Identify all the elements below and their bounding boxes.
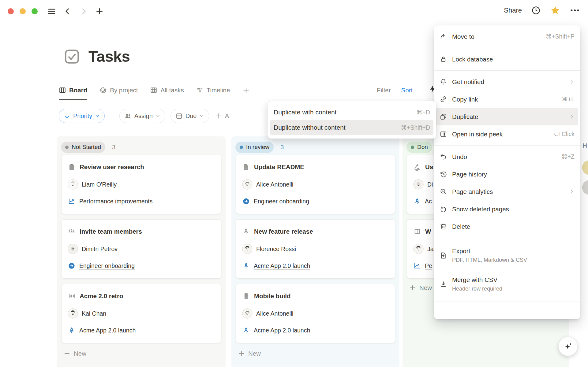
- task-card[interactable]: Acme 2.0 retro Kai Chan Acme App 2.0 lau…: [61, 284, 221, 343]
- bell-icon: [439, 78, 448, 86]
- status-label: Not Started: [72, 144, 101, 150]
- task-card[interactable]: Update README Alice Antonelli Engineer o…: [236, 155, 395, 214]
- duplicate-submenu: Duplicate with content ⌘+D Duplicate wit…: [268, 101, 436, 139]
- new-tab-button[interactable]: [94, 6, 105, 17]
- menu-item-undo[interactable]: Undo ⌘+Z: [434, 148, 580, 165]
- related-page-link[interactable]: Engineer onboarding: [254, 198, 309, 205]
- submenu-item-duplicate-without-content[interactable]: Duplicate without content ⌘+Shift+D: [270, 120, 433, 135]
- submenu-shortcut: ⌘+D: [416, 109, 430, 116]
- plus-icon: [63, 350, 71, 357]
- person-name: Ja: [427, 246, 434, 253]
- tab-by-project[interactable]: By project: [99, 87, 138, 100]
- minimize-window-button[interactable]: [20, 8, 26, 14]
- menu-item-lock-database[interactable]: Lock database: [434, 50, 580, 68]
- document-icon: [242, 163, 250, 171]
- avatar: [413, 244, 424, 254]
- traffic-lights: [8, 8, 38, 14]
- related-page-link[interactable]: Performance improvements: [79, 198, 153, 205]
- status-pill-done[interactable]: Don: [406, 142, 432, 153]
- menu-item-show-deleted-pages[interactable]: Show deleted pages: [434, 200, 580, 218]
- menu-item-subtitle: PDF, HTML, Markdown & CSV: [452, 257, 527, 263]
- new-card-button[interactable]: New: [63, 350, 222, 357]
- related-page-link[interactable]: Acme App 2.0 launch: [254, 327, 310, 334]
- menu-item-move-to[interactable]: Move to ⌘+Shift+P: [434, 28, 580, 45]
- cutoff-column-text: H: [582, 142, 587, 149]
- rocket-icon: [242, 262, 250, 270]
- status-dot: [411, 146, 414, 149]
- filter-button[interactable]: Filter: [377, 87, 391, 94]
- hamburger-icon: [47, 7, 56, 16]
- chevron-left-icon: [63, 7, 72, 16]
- chevron-right-icon: [79, 7, 88, 16]
- forward-button[interactable]: [78, 6, 89, 17]
- add-property-button[interactable]: A: [214, 112, 229, 120]
- ai-assistant-button[interactable]: [558, 337, 578, 356]
- sidebar-menu-button[interactable]: [46, 6, 58, 17]
- people-group-icon: [68, 228, 76, 235]
- back-button[interactable]: [62, 6, 73, 17]
- menu-item-subtitle: Header row required: [452, 286, 502, 292]
- tab-label: By project: [110, 87, 138, 94]
- avatar: [242, 308, 253, 319]
- sort-button[interactable]: Sort: [401, 87, 413, 94]
- task-card[interactable]: New feature release Florence Rossi Acme …: [236, 219, 395, 279]
- related-page-link[interactable]: Acme App 2.0 launch: [254, 262, 310, 269]
- frame-tool-icon: [413, 228, 421, 235]
- status-label: Don: [417, 144, 428, 150]
- menu-item-duplicate[interactable]: Duplicate: [436, 108, 578, 125]
- priority-sort-pill[interactable]: Priority: [59, 109, 105, 123]
- updates-clock-icon[interactable]: [531, 6, 541, 15]
- page-icon-checkbox[interactable]: [63, 48, 81, 65]
- status-dot: [65, 146, 69, 149]
- menu-item-copy-link[interactable]: Copy link ⌘+L: [434, 91, 580, 108]
- menu-item-delete[interactable]: Delete: [434, 218, 580, 235]
- chart-icon: [68, 197, 76, 205]
- share-button[interactable]: Share: [504, 6, 522, 14]
- status-pill-in-review[interactable]: In review: [235, 142, 274, 153]
- menu-item-open-in-side-peek[interactable]: Open in side peek ⌥+Click: [434, 125, 580, 143]
- tab-all-tasks[interactable]: All tasks: [150, 87, 184, 100]
- new-label: New: [248, 350, 261, 357]
- assign-label: Assign: [134, 113, 153, 120]
- page-title[interactable]: Tasks: [88, 48, 130, 65]
- assign-property-pill[interactable]: Assign: [119, 109, 165, 123]
- view-toolbar: Priority Assign Due A: [59, 109, 229, 123]
- card-title: Review user research: [80, 163, 144, 171]
- close-window-button[interactable]: [8, 8, 14, 14]
- status-pill-not-started[interactable]: Not Started: [61, 142, 105, 153]
- menu-item-merge-with-csv[interactable]: Merge with CSV Header row required: [434, 270, 580, 298]
- duplicate-icon: [439, 113, 448, 121]
- menu-item-label: Move to: [452, 33, 541, 40]
- related-page-link[interactable]: Engineer onboarding: [79, 262, 135, 269]
- related-page-link[interactable]: Ac: [425, 198, 432, 205]
- menu-item-page-analytics[interactable]: Page analytics: [434, 183, 580, 200]
- menu-item-page-history[interactable]: Page history: [434, 165, 580, 183]
- menu-bottom-spacer: [434, 302, 580, 319]
- related-page-link[interactable]: Acme App 2.0 launch: [79, 327, 136, 334]
- task-card[interactable]: Invite team members Dimitri Petrov Engin…: [61, 219, 221, 279]
- menu-item-label: Page history: [452, 171, 575, 178]
- menu-item-get-notified[interactable]: Get notified: [434, 73, 580, 91]
- related-page-link[interactable]: Pe: [425, 262, 432, 269]
- add-view-button[interactable]: [242, 87, 250, 100]
- menu-item-export[interactable]: Export PDF, HTML, Markdown & CSV: [434, 241, 580, 270]
- task-card[interactable]: Review user research Liam O'Reilly Perfo…: [61, 155, 221, 214]
- clipboard-icon: [68, 163, 76, 171]
- submenu-item-duplicate-with-content[interactable]: Duplicate with content ⌘+D: [268, 105, 436, 120]
- tab-board[interactable]: Board: [59, 87, 87, 100]
- person-name: Dimitri Petrov: [82, 246, 118, 253]
- card-title: W: [425, 228, 431, 235]
- favorite-star-icon[interactable]: [550, 5, 560, 16]
- column-count: 3: [280, 144, 284, 151]
- tab-timeline[interactable]: Timeline: [196, 87, 230, 100]
- new-card-button[interactable]: New: [238, 350, 395, 357]
- more-options-icon[interactable]: [570, 5, 580, 16]
- zoom-window-button[interactable]: [32, 8, 38, 14]
- task-card[interactable]: Mobile build Alice Antonelli Acme App 2.…: [236, 284, 395, 343]
- rocket-icon: [413, 197, 421, 205]
- due-property-pill[interactable]: Due: [170, 109, 209, 123]
- rocket-gray-icon: [242, 228, 250, 235]
- menu-item-label: Show deleted pages: [452, 206, 575, 213]
- target-icon: [99, 87, 107, 94]
- card-title: Mobile build: [254, 292, 291, 300]
